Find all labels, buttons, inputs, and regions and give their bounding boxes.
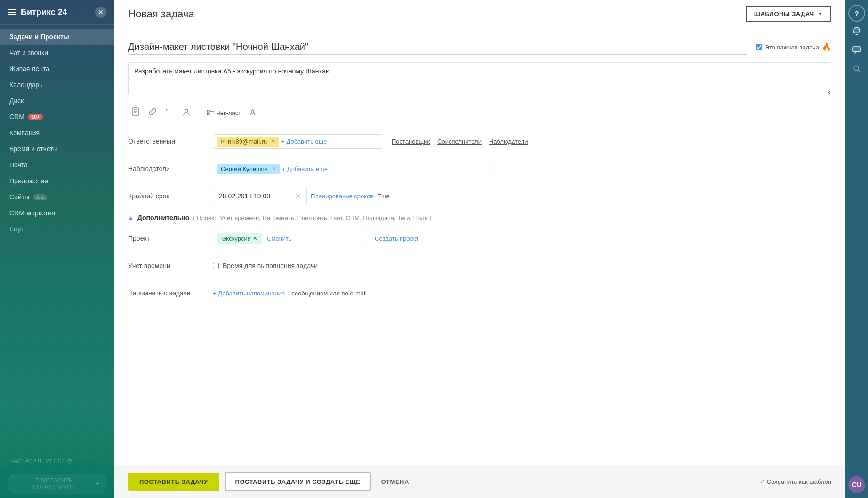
help-button[interactable]: ? xyxy=(848,5,865,22)
additional-header[interactable]: ▲ Дополнительно ( Проект, Учет времени, … xyxy=(128,214,831,221)
time-checkbox[interactable] xyxy=(213,263,219,269)
search-icon xyxy=(852,65,861,75)
sidebar-item-label: Чат и звонки xyxy=(9,49,48,57)
bell-icon xyxy=(852,26,861,38)
project-name: Экскурсии xyxy=(222,235,251,242)
svg-point-5 xyxy=(185,109,188,112)
deadline-value-text: 28.02.2018 19:00 xyxy=(219,192,270,200)
templates-button[interactable]: ШАБЛОНЫ ЗАДАЧ ▼ xyxy=(746,6,831,22)
assignor-link[interactable]: Постановщик xyxy=(392,138,430,145)
sidebar-item-label: Еще - xyxy=(9,225,27,233)
add-responsible-link[interactable]: + Добавить еще xyxy=(281,138,327,145)
avatar-initials: CU xyxy=(852,481,861,489)
deadline-input-box[interactable]: 28.02.2018 19:00 ✕ xyxy=(213,188,307,204)
sidebar-close-button[interactable]: ✕ xyxy=(95,7,106,18)
observer-person-chip: Сергей Кулешов ✕ xyxy=(217,164,280,174)
cancel-button[interactable]: ОТМЕНА xyxy=(377,473,414,490)
attach-button[interactable] xyxy=(128,105,143,120)
task-description-input[interactable]: Разработать макет листовки А5 - экскурси… xyxy=(128,62,831,95)
time-checkbox-label[interactable]: Время для выполнения задачи xyxy=(223,262,318,269)
responsible-value: ✉ nik89@mail.ru ✕ + Добавить еще Постано… xyxy=(213,134,831,149)
project-tag: Экскурсии ✕ xyxy=(217,233,262,244)
observer-name: Сергей Кулешов xyxy=(221,165,268,172)
sidebar-item-feed[interactable]: Живая лента xyxy=(0,61,114,77)
sidebar-item-time[interactable]: Время и отчеты xyxy=(0,141,114,157)
responsible-email-chip: ✉ nik89@mail.ru ✕ xyxy=(217,137,279,147)
sidebar-nav: Задачи и Проекты Чат и звонки Живая лент… xyxy=(0,25,114,453)
remove-observer-icon[interactable]: ✕ xyxy=(272,165,276,172)
hamburger-menu[interactable] xyxy=(8,9,16,15)
mention-button[interactable] xyxy=(179,105,194,120)
reminder-text: сообщением или по e-mail xyxy=(291,290,367,297)
task-title-row: Это важная задача 🔥 xyxy=(128,40,831,55)
sidebar-item-more[interactable]: Еще - xyxy=(0,221,114,237)
sidebar-item-label: Приложения xyxy=(9,177,48,185)
svg-text:": " xyxy=(166,108,169,116)
brand-name: Битрикс 24 xyxy=(21,8,67,17)
submit-and-create-more-button[interactable]: ПОСТАВИТЬ ЗАДАЧУ И СОЗДАТЬ ЕЩЕ xyxy=(225,472,371,491)
user-avatar-button[interactable]: CU xyxy=(848,476,865,493)
sidebar-item-apps[interactable]: Приложения xyxy=(0,173,114,189)
avatar: CU xyxy=(848,476,865,493)
form-footer: ПОСТАВИТЬ ЗАДАЧУ ПОСТАВИТЬ ЗАДАЧУ И СОЗД… xyxy=(114,465,845,498)
checklist-label: Чек-лист xyxy=(216,109,241,116)
add-reminder-link[interactable]: + Добавить напоминание xyxy=(213,290,285,297)
deadline-label: Крайний срок xyxy=(128,192,213,200)
sidebar-item-mail[interactable]: Почта xyxy=(0,157,114,173)
deadline-row: Крайний срок 28.02.2018 19:00 ✕ Планиров… xyxy=(128,186,831,206)
clear-deadline-icon[interactable]: ✕ xyxy=(295,192,301,200)
co-executor-link[interactable]: Соисполнители xyxy=(437,138,482,145)
important-label: Это важная задача xyxy=(765,44,819,51)
create-project-link[interactable]: Создать проект xyxy=(375,235,419,242)
project-value: Экскурсии ✕ Сменить Создать проект xyxy=(213,231,831,246)
main-header: Новая задача ШАБЛОНЫ ЗАДАЧ ▼ xyxy=(114,0,845,28)
sidebar-item-crm[interactable]: CRM 50+ xyxy=(0,109,114,125)
time-tracking-row: Учет времени Время для выполнения задачи xyxy=(128,255,831,276)
sidebar-item-label: Компания xyxy=(9,129,40,137)
remove-project-icon[interactable]: ✕ xyxy=(253,235,257,242)
search-button[interactable] xyxy=(848,61,865,78)
sidebar-item-company[interactable]: Компания xyxy=(0,125,114,141)
deadline-value: 28.02.2018 19:00 ✕ Планирование сроков Е… xyxy=(213,188,831,204)
chat-button[interactable] xyxy=(848,42,865,59)
svg-rect-8 xyxy=(207,113,209,115)
notifications-button[interactable] xyxy=(848,24,865,41)
change-project-link[interactable]: Сменить xyxy=(267,235,292,242)
add-observer-link[interactable]: + Добавить еще xyxy=(282,165,328,172)
responsible-input-box[interactable]: ✉ nik89@mail.ru ✕ + Добавить еще xyxy=(213,134,382,149)
remove-responsible-icon[interactable]: ✕ xyxy=(271,138,275,145)
quote-button[interactable]: " xyxy=(162,105,177,120)
time-check-row: Время для выполнения задачи xyxy=(213,262,318,269)
link-button[interactable] xyxy=(145,105,160,120)
email-icon: ✉ xyxy=(221,138,226,145)
submit-task-button[interactable]: ПОСТАВИТЬ ЗАДАЧУ xyxy=(128,473,219,491)
fire-icon: 🔥 xyxy=(822,43,831,52)
role-links: Постановщик Соисполнители Наблюдатели xyxy=(392,138,528,145)
checklist-button[interactable]: Чек-лист xyxy=(202,107,246,118)
more-deadline-link[interactable]: Еще xyxy=(377,193,389,200)
sidebar-item-crm-marketing[interactable]: CRM-маркетинг xyxy=(0,205,114,221)
save-template-row: ✓ Сохранить как шаблон xyxy=(760,478,831,485)
important-checkbox[interactable] xyxy=(756,44,762,50)
sidebar-item-tasks[interactable]: Задачи и Проекты xyxy=(0,29,114,45)
sidebar-item-disk[interactable]: Диск xyxy=(0,93,114,109)
sidebar-item-calendar[interactable]: Календарь xyxy=(0,77,114,93)
sidebar-item-label: Задачи и Проекты xyxy=(9,33,69,41)
editor-toolbar: " Чек-лист A xyxy=(128,102,831,123)
task-title-input[interactable] xyxy=(128,40,747,55)
project-input-box[interactable]: Экскурсии ✕ Сменить xyxy=(213,231,363,246)
help-icon: ? xyxy=(854,9,859,17)
observers-input-box[interactable]: Сергей Кулешов ✕ + Добавить еще xyxy=(213,162,495,176)
page-title: Новая задача xyxy=(128,8,194,20)
svg-rect-6 xyxy=(207,110,209,112)
task-form: Это важная задача 🔥 Разработать макет ли… xyxy=(114,28,845,465)
reminder-label: Напомнить о задаче xyxy=(128,289,213,297)
planning-link[interactable]: Планирование сроков xyxy=(311,193,373,200)
sidebar-item-label: CRM xyxy=(9,113,24,121)
email-value: nik89@mail.ru xyxy=(228,138,267,145)
sidebar-item-chat[interactable]: Чат и звонки xyxy=(0,45,114,61)
save-template-label[interactable]: Сохранить как шаблон xyxy=(767,478,831,485)
observers-link[interactable]: Наблюдатели xyxy=(489,138,528,145)
chevron-up-icon: ▲ xyxy=(128,214,134,221)
sidebar-item-sites[interactable]: Сайты beta xyxy=(0,189,114,205)
